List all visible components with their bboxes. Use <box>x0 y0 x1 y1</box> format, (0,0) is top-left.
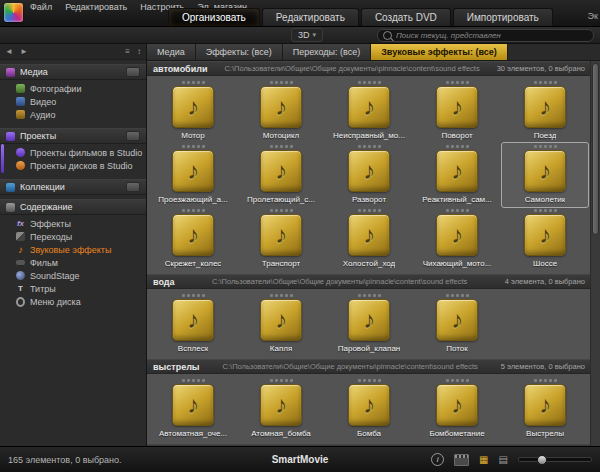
vertical-scrollbar[interactable] <box>590 61 600 446</box>
star-icon <box>270 379 273 382</box>
group-header[interactable]: автомобили C:\Пользователи\Общие\Общие д… <box>147 61 591 76</box>
forward-icon[interactable]: ► <box>20 47 28 56</box>
sound-item[interactable]: ♪ Поток <box>414 292 500 356</box>
sound-item[interactable]: ♪ Поезд <box>502 79 588 143</box>
slider-thumb[interactable] <box>537 455 547 465</box>
rating-stars[interactable] <box>270 209 293 212</box>
sound-item[interactable]: ♪ Неисправный_мо... <box>326 79 412 143</box>
rating-stars[interactable] <box>182 209 205 212</box>
star-icon <box>539 209 542 212</box>
sound-item[interactable]: ♪ Чихающий_мото... <box>414 207 500 271</box>
group-header[interactable]: вода C:\Пользователи\Общие\Общие докумен… <box>147 274 591 289</box>
rating-stars[interactable] <box>358 209 381 212</box>
scrollbar-thumb[interactable] <box>592 63 599 235</box>
rating-stars[interactable] <box>446 379 469 382</box>
sidebar-item-soundstage[interactable]: SoundStage <box>0 269 146 282</box>
collections-options-icon[interactable] <box>126 182 140 192</box>
tab-organize[interactable]: Организовать <box>168 8 260 26</box>
sound-item[interactable]: ♪ Бомба <box>326 377 412 441</box>
section-header-media[interactable]: Медиа <box>0 64 146 80</box>
sound-item[interactable]: ♪ Мотоцикл <box>238 79 324 143</box>
export-label-clipped[interactable]: Эк <box>588 11 598 21</box>
sound-item[interactable]: ♪ Реактивный_сам... <box>414 143 500 207</box>
sidebar-item-disc-menu[interactable]: Меню диска <box>0 295 146 308</box>
view-list-icon[interactable]: ≡ <box>125 47 130 56</box>
thumbnail-size-slider[interactable] <box>518 457 592 462</box>
rating-stars[interactable] <box>182 294 205 297</box>
sound-item[interactable]: ♪ Поворот <box>414 79 500 143</box>
section-header-content[interactable]: Содержание <box>0 199 146 215</box>
sidebar-item-audio[interactable]: Аудио <box>0 108 146 121</box>
tab-effects-all[interactable]: Эффекты: (все) <box>196 44 283 60</box>
menu-edit[interactable]: Редактировать <box>65 2 127 12</box>
tab-sound-effects-all[interactable]: Звуковые эффекты: (все) <box>371 44 508 60</box>
tab-transitions-all[interactable]: Переходы: (все) <box>283 44 371 60</box>
tab-media[interactable]: Медиа <box>147 44 196 60</box>
sound-item[interactable]: ♪ Разворот <box>326 143 412 207</box>
sidebar-item-photos[interactable]: Фотографии <box>0 82 146 95</box>
scene-view-icon[interactable] <box>454 454 469 466</box>
rating-stars[interactable] <box>270 294 293 297</box>
rating-stars[interactable] <box>534 209 557 212</box>
info-icon[interactable]: i <box>431 453 444 466</box>
search-box[interactable] <box>377 29 594 42</box>
rating-stars[interactable] <box>534 379 557 382</box>
sound-item[interactable]: ♪ Проезжающий_а... <box>150 143 236 207</box>
sound-item[interactable]: ♪ Капля <box>238 292 324 356</box>
sound-item[interactable]: ♪ Транспорт <box>238 207 324 271</box>
rating-stars[interactable] <box>358 81 381 84</box>
projects-options-icon[interactable] <box>126 131 140 141</box>
sound-item[interactable]: ♪ Мотор <box>150 79 236 143</box>
tab-import[interactable]: Импортировать <box>453 8 553 26</box>
sound-item[interactable]: ♪ Шоссе <box>502 207 588 271</box>
sidebar-item-film[interactable]: Фильм <box>0 256 146 269</box>
sound-item[interactable]: ♪ Паровой_клапан <box>326 292 412 356</box>
sound-item[interactable]: ♪ Автоматная_оче... <box>150 377 236 441</box>
rating-stars[interactable] <box>534 81 557 84</box>
3d-mode-button[interactable]: 3D ▾ <box>291 28 323 42</box>
rating-stars[interactable] <box>358 379 381 382</box>
rating-stars[interactable] <box>446 294 469 297</box>
sidebar-item-video[interactable]: Видео <box>0 95 146 108</box>
sidebar-item-movie-projects[interactable]: Проекты фильмов в Studio <box>0 146 146 159</box>
sound-item[interactable]: ♪ Бомбометание <box>414 377 500 441</box>
thumbnail-view-icon[interactable]: ▦ <box>479 455 488 465</box>
rating-stars[interactable] <box>270 145 293 148</box>
rating-stars[interactable] <box>534 145 557 148</box>
detail-view-icon[interactable]: ▤ <box>499 455 508 465</box>
smartmovie-button[interactable]: SmartMovie <box>272 454 329 465</box>
app-logo-icon[interactable] <box>4 3 23 22</box>
group-header[interactable]: выстрелы C:\Пользователи\Общие\Общие док… <box>147 359 591 374</box>
section-header-projects[interactable]: Проекты <box>0 128 146 144</box>
back-icon[interactable]: ◄ <box>5 47 13 56</box>
sound-item[interactable]: ♪ Скрежет_колес <box>150 207 236 271</box>
sidebar-item-disc-projects[interactable]: Проекты дисков в Studio <box>0 159 146 172</box>
camera-icon[interactable] <box>126 67 140 77</box>
rating-stars[interactable] <box>182 379 205 382</box>
sidebar-item-titles[interactable]: T Титры <box>0 282 146 295</box>
rating-stars[interactable] <box>446 145 469 148</box>
tab-edit[interactable]: Редактировать <box>262 8 359 26</box>
sound-item[interactable]: ♪ Самолетик <box>502 143 588 207</box>
sound-item[interactable]: ♪ Всплеск <box>150 292 236 356</box>
rating-stars[interactable] <box>446 209 469 212</box>
rating-stars[interactable] <box>358 294 381 297</box>
search-input[interactable] <box>396 31 588 40</box>
rating-stars[interactable] <box>270 379 293 382</box>
section-header-collections[interactable]: Коллекции <box>0 179 146 195</box>
sidebar-item-sound-effects[interactable]: ♪ Звуковые эффекты <box>0 243 146 256</box>
sort-icon[interactable]: ↕ <box>137 47 141 56</box>
sound-item[interactable]: ♪ Пролетающий_с... <box>238 143 324 207</box>
tab-make-dvd[interactable]: Создать DVD <box>361 8 451 26</box>
rating-stars[interactable] <box>182 81 205 84</box>
rating-stars[interactable] <box>270 81 293 84</box>
sound-item[interactable]: ♪ Выстрелы <box>502 377 588 441</box>
sound-item[interactable]: ♪ Холостой_ход <box>326 207 412 271</box>
rating-stars[interactable] <box>358 145 381 148</box>
rating-stars[interactable] <box>182 145 205 148</box>
sidebar-item-transitions[interactable]: Переходы <box>0 230 146 243</box>
rating-stars[interactable] <box>446 81 469 84</box>
sound-item[interactable]: ♪ Атомная_бомба <box>238 377 324 441</box>
menu-file[interactable]: Файл <box>30 2 52 12</box>
sidebar-item-effects[interactable]: fx Эффекты <box>0 217 146 230</box>
